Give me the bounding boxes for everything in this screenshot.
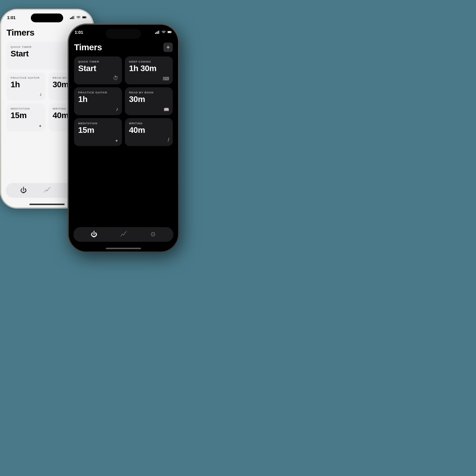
tab-stats-light[interactable] — [44, 187, 51, 194]
tab-stats-dark[interactable] — [120, 231, 127, 238]
card-icon-deep-coding-dark: ⌨ — [163, 76, 169, 81]
svg-rect-8 — [157, 32, 157, 34]
card-value-practice-guitar-light: 1h — [11, 81, 41, 89]
svg-rect-3 — [74, 16, 75, 19]
card-quick-timer-dark[interactable]: QUICK TIMER Start ⏱ — [74, 56, 122, 84]
status-icons-dark — [155, 30, 172, 34]
card-icon-read-book-dark: 📖 — [164, 107, 169, 112]
card-label-writing-dark: WRITING — [129, 122, 169, 125]
svg-rect-6 — [83, 17, 86, 18]
svg-rect-10 — [159, 30, 160, 34]
tab-timers-light[interactable]: ⏻ — [20, 187, 27, 194]
signal-icon-light — [70, 16, 75, 19]
card-read-book-dark[interactable]: READ MY BOOK 30m 📖 — [125, 87, 173, 115]
screen-header-dark: Timers + — [74, 42, 173, 52]
card-icon-writing-dark: / — [168, 137, 169, 143]
svg-rect-1 — [71, 17, 72, 19]
card-value-writing-dark: 40m — [129, 126, 169, 134]
card-value-read-book-dark: 30m — [129, 95, 169, 103]
tab-settings-dark[interactable]: ⚙ — [150, 231, 156, 238]
status-time-dark: 1:01 — [75, 30, 83, 35]
home-indicator-dark — [106, 248, 141, 249]
card-meditation-dark[interactable]: MEDITATION 15m ✦ — [74, 118, 122, 146]
card-label-read-book-dark: READ MY BOOK — [129, 91, 169, 94]
dynamic-island-light — [31, 14, 63, 22]
home-indicator-light — [29, 204, 65, 205]
svg-rect-5 — [86, 17, 87, 18]
card-deep-coding-dark[interactable]: DEEP CODING 1h 30m ⌨ — [125, 56, 173, 84]
signal-icon-dark — [155, 30, 160, 34]
card-label-practice-guitar-light: PRACTICE GUITAR — [11, 76, 41, 79]
svg-rect-9 — [158, 31, 159, 34]
screen-content-dark: Timers + QUICK TIMER Start ⏱ DEEP CODING… — [69, 39, 178, 224]
card-value-meditation-light: 15m — [11, 111, 41, 120]
battery-icon-dark — [167, 30, 172, 34]
card-label-practice-guitar-dark: PRACTICE GUITAR — [78, 91, 118, 94]
card-meditation-light[interactable]: MEDITATION 15m ✦ — [6, 103, 46, 131]
card-icon-meditation-light: ✦ — [38, 124, 42, 128]
wifi-icon-light — [76, 16, 81, 19]
card-practice-guitar-light[interactable]: PRACTICE GUITAR 1h ♪ — [6, 73, 46, 100]
svg-rect-12 — [172, 32, 172, 33]
battery-icon-light — [82, 16, 87, 19]
tab-bar-dark: ⏻ ⚙ — [73, 227, 173, 242]
card-label-meditation-dark: MEDITATION — [78, 122, 118, 125]
card-icon-meditation-dark: ✦ — [115, 138, 118, 143]
svg-rect-13 — [168, 31, 171, 33]
card-value-meditation-dark: 15m — [78, 126, 118, 134]
screen-title-light: Timers — [6, 28, 34, 38]
add-button-dark[interactable]: + — [163, 43, 173, 52]
dark-phone: 1:01 — [68, 24, 179, 253]
card-practice-guitar-dark[interactable]: PRACTICE GUITAR 1h ♪ — [74, 87, 122, 115]
timer-grid-dark: QUICK TIMER Start ⏱ DEEP CODING 1h 30m ⌨… — [74, 56, 173, 146]
card-icon-practice-guitar-dark: ♪ — [116, 106, 118, 112]
card-value-practice-guitar-dark: 1h — [78, 95, 118, 103]
card-value-quick-timer-dark: Start — [78, 64, 118, 73]
wifi-icon-dark — [161, 30, 166, 34]
card-label-deep-coding-dark: DEEP CODING — [129, 60, 169, 63]
svg-rect-7 — [155, 33, 156, 34]
status-icons-light — [70, 16, 87, 19]
stats-icon-light — [44, 187, 51, 192]
tab-timers-dark[interactable]: ⏻ — [91, 231, 97, 238]
svg-rect-2 — [73, 16, 73, 19]
status-time-light: 1:01 — [7, 15, 16, 20]
card-writing-dark[interactable]: WRITING 40m / — [125, 118, 173, 146]
card-label-quick-timer-dark: QUICK TIMER — [78, 60, 118, 63]
screen-title-dark: Timers — [74, 42, 102, 52]
card-icon-practice-guitar-light: ♪ — [39, 91, 42, 98]
dynamic-island-dark — [106, 29, 141, 39]
stats-icon-dark — [120, 231, 127, 237]
svg-rect-0 — [70, 18, 71, 19]
card-value-deep-coding-dark: 1h 30m — [129, 64, 169, 73]
card-label-meditation-light: MEDITATION — [11, 107, 41, 110]
card-icon-quick-timer-dark: ⏱ — [113, 75, 118, 81]
